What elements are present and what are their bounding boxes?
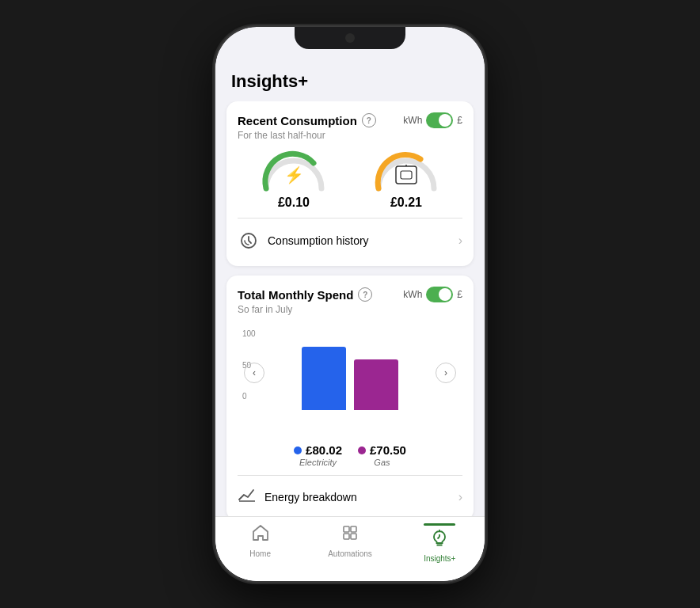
kwh-gbp-toggle[interactable] [426,112,453,128]
chevron-right-icon: › [458,234,462,248]
svg-rect-1 [396,166,417,184]
divider-2 [238,475,462,476]
automations-icon [340,523,360,547]
clock-icon [238,230,260,252]
y-label-0: 0 [242,392,256,401]
y-label-100: 100 [242,329,256,338]
divider-1 [238,218,462,218]
gas-legend: £70.50 Gas [358,443,406,467]
chart-icon [238,487,257,507]
monthly-spend-help-icon[interactable]: ? [358,287,372,302]
chart-legend: £80.02 Electricity £70.50 Gas [238,443,462,467]
recent-consumption-card: Recent Consumption ? kWh £ For the last … [226,101,474,266]
bar-chart-area: 100 50 0 ‹ › [238,323,462,434]
energy-breakdown-row[interactable]: Energy breakdown › [238,484,462,510]
chevron-right-2-icon: › [458,490,462,504]
home-icon [251,523,270,547]
nav-item-home[interactable]: Home [215,523,305,558]
gas-legend-label: Gas [374,458,390,467]
energy-breakdown-left: Energy breakdown [238,487,357,507]
page-header: Insights+ [215,65,485,101]
status-bar [215,49,485,65]
electricity-gauge-canvas: ⚡ [258,149,329,192]
electricity-legend: £80.02 Electricity [294,443,342,467]
toggle-thumb-2 [439,288,451,301]
nav-item-automations-label: Automations [328,549,372,558]
electricity-legend-value: £80.02 [306,443,342,457]
gas-gauge-canvas [371,149,442,192]
svg-rect-8 [344,534,349,539]
unit-toggle-monthly[interactable]: kWh £ [403,287,462,302]
electricity-gauge: ⚡ £0.10 [258,149,329,210]
electricity-bar [302,347,346,410]
insights-icon [430,529,449,553]
electricity-value: £0.10 [278,196,310,210]
bars-container [269,331,431,410]
gas-dot-row: £70.50 [358,443,406,457]
svg-rect-6 [344,526,349,532]
recent-consumption-header: Recent Consumption ? kWh £ [238,112,462,128]
unit-toggle-recent[interactable]: kWh £ [403,112,462,128]
monthly-spend-title: Total Monthly Spend ? [238,287,372,302]
screen-content: Insights+ Recent Consumption ? kWh [215,49,485,581]
nav-item-insights-label: Insights+ [424,554,455,563]
recent-consumption-help-icon[interactable]: ? [362,113,376,127]
electricity-dot [294,446,302,454]
energy-breakdown-label: Energy breakdown [264,491,357,504]
svg-rect-2 [401,171,412,179]
electricity-legend-label: Electricity [299,458,337,467]
kwh-gbp-toggle-2[interactable] [426,287,453,302]
chart-prev-button[interactable]: ‹ [244,363,264,383]
chart-next-button[interactable]: › [436,363,456,383]
gas-gauge: £0.21 [371,149,442,210]
page-title: Insights+ [231,71,308,91]
gauges-row: ⚡ £0.10 [238,149,462,210]
bottom-nav: Home Automations [215,516,485,581]
monthly-spend-card: Total Monthly Spend ? kWh £ So far in Ju… [226,276,474,521]
monthly-spend-header: Total Monthly Spend ? kWh £ [238,287,462,302]
monthly-spend-subtitle: So far in July [238,304,462,315]
consumption-history-label: Consumption history [268,234,369,247]
recent-consumption-title: Recent Consumption ? [238,113,376,127]
gas-value: £0.21 [390,196,422,210]
consumption-history-row[interactable]: Consumption history › [238,226,462,255]
gas-dot [358,446,366,454]
recent-consumption-subtitle: For the last half-hour [238,130,462,141]
toggle-thumb [439,114,451,127]
gas-legend-value: £70.50 [370,443,406,457]
consumption-history-left: Consumption history [238,230,369,252]
phone-frame: Insights+ Recent Consumption ? kWh [215,27,485,581]
screen: Insights+ Recent Consumption ? kWh [215,27,485,581]
scroll-content[interactable]: Recent Consumption ? kWh £ For the last … [215,101,485,546]
svg-line-14 [438,537,440,539]
svg-text:⚡: ⚡ [284,165,304,184]
svg-rect-7 [351,526,356,532]
nav-item-insights[interactable]: Insights+ [395,523,485,563]
camera [345,33,355,43]
nav-item-automations[interactable]: Automations [305,523,394,558]
nav-item-home-label: Home [249,549,271,558]
svg-rect-9 [351,534,356,539]
gas-bar [354,359,398,410]
active-indicator [424,523,455,526]
electricity-dot-row: £80.02 [294,443,342,457]
